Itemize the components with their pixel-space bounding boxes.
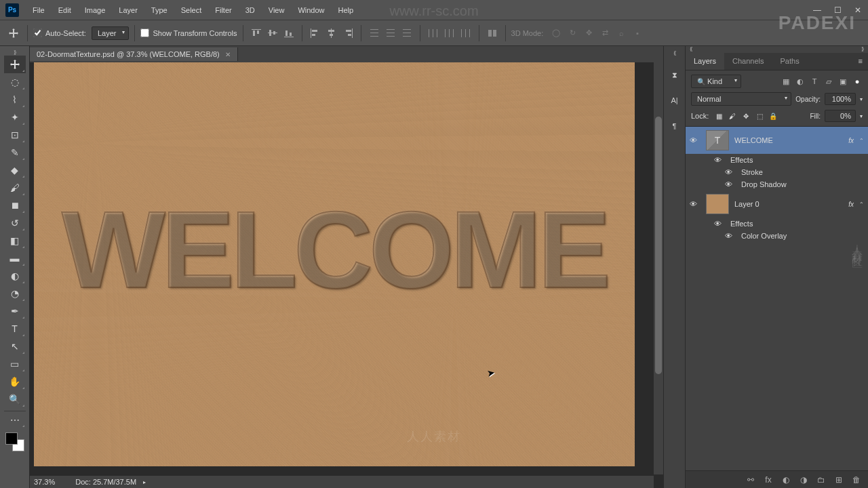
doc-info[interactable]: Doc: 25.7M/37.5M <box>75 478 136 486</box>
marquee-tool[interactable]: ◌ <box>4 73 26 91</box>
toolbar-expand[interactable]: ⟫ <box>0 49 29 56</box>
panel-expand-icon[interactable]: ⟪ <box>673 50 676 57</box>
pen-tool[interactable]: ✒ <box>4 302 26 320</box>
distribute-top-icon[interactable] <box>367 26 382 41</box>
visibility-icon[interactable]: 👁 <box>725 168 736 176</box>
layer-thumb-raster[interactable] <box>706 194 729 214</box>
filter-kind-dropdown[interactable]: 🔍 Kind <box>691 75 741 88</box>
lock-image-icon[interactable]: 🖌 <box>726 110 738 122</box>
align-vcenter-icon[interactable] <box>265 26 280 41</box>
filter-smart-icon[interactable]: ▣ <box>837 76 848 87</box>
auto-select-checkbox[interactable]: Auto-Select: <box>33 28 86 37</box>
history-brush-tool[interactable]: ↺ <box>4 214 26 232</box>
visibility-icon[interactable]: 👁 <box>725 180 736 188</box>
panel-expand-right-icon[interactable]: ⟫ <box>861 46 864 53</box>
lock-all-icon[interactable]: 🔒 <box>767 110 779 122</box>
rectangle-tool[interactable]: ▭ <box>4 355 26 373</box>
color-swatches[interactable] <box>5 432 24 451</box>
menu-edit[interactable]: Edit <box>52 2 78 18</box>
eyedropper-tool[interactable]: ✎ <box>4 144 26 161</box>
menu-filter[interactable]: Filter <box>208 2 238 18</box>
crop-tool[interactable]: ⊡ <box>4 126 26 144</box>
tab-channels[interactable]: Channels <box>724 53 772 70</box>
align-hcenter-icon[interactable] <box>324 26 339 41</box>
tab-paths[interactable]: Paths <box>772 53 808 70</box>
3d-zoom-icon[interactable]: ⌕ <box>614 26 629 41</box>
stamp-tool[interactable]: ⏹ <box>4 197 26 214</box>
delete-layer-icon[interactable]: 🗑 <box>850 474 863 486</box>
3d-roll-icon[interactable]: ↻ <box>565 26 580 41</box>
lock-position-icon[interactable]: ✥ <box>740 110 752 122</box>
layer-name[interactable]: Layer 0 <box>734 200 843 208</box>
panel-menu-icon[interactable]: ≡ <box>853 53 868 70</box>
fill-value[interactable]: 0% <box>825 110 856 122</box>
show-transform-checkbox[interactable]: Show Transform Controls <box>140 28 237 37</box>
filter-adjustment-icon[interactable]: ◐ <box>795 76 806 87</box>
move-tool-icon[interactable] <box>5 25 22 41</box>
3d-slide-icon[interactable]: ⇄ <box>597 26 612 41</box>
document-tab[interactable]: 02-DoormatTexture.psd @ 37.3% (WELCOME, … <box>30 47 238 61</box>
blend-mode-dropdown[interactable]: Normal <box>691 92 791 106</box>
type-tool[interactable]: T <box>4 320 26 338</box>
menu-window[interactable]: Window <box>291 2 331 18</box>
panel-collapse-icon[interactable]: ⟪ <box>690 46 692 53</box>
opacity-dropdown-icon[interactable]: ▾ <box>860 96 863 102</box>
layer-fx-badge[interactable]: fx <box>848 201 854 208</box>
history-panel-icon[interactable]: ⧗ <box>667 66 683 83</box>
distribute-right-icon[interactable] <box>458 26 473 41</box>
visibility-icon[interactable]: 👁 <box>714 220 725 228</box>
menu-file[interactable]: File <box>26 2 52 18</box>
adjustment-layer-icon[interactable]: ◑ <box>797 474 810 486</box>
distribute-hcenter-icon[interactable] <box>442 26 457 41</box>
minimize-button[interactable]: — <box>807 2 827 18</box>
layer-mask-icon[interactable]: ◐ <box>780 474 792 486</box>
visibility-icon[interactable]: 👁 <box>714 156 725 164</box>
foreground-color[interactable] <box>5 432 18 445</box>
filter-pixel-icon[interactable]: ▦ <box>781 76 791 87</box>
align-right-icon[interactable] <box>340 26 355 41</box>
brush-tool[interactable]: 🖌 <box>4 179 26 197</box>
path-select-tool[interactable]: ↖ <box>4 338 26 355</box>
visibility-icon[interactable]: 👁 <box>690 200 701 208</box>
tab-layers[interactable]: Layers <box>686 53 724 70</box>
visibility-icon[interactable]: 👁 <box>690 136 701 144</box>
character-panel-icon[interactable]: A| <box>667 92 683 108</box>
link-layers-icon[interactable]: ⚯ <box>745 474 757 486</box>
layer-style-icon[interactable]: fx <box>762 474 774 486</box>
edit-toolbar[interactable]: ⋯ <box>4 411 26 428</box>
gradient-tool[interactable]: ▬ <box>4 249 26 267</box>
vertical-scrollbar[interactable] <box>654 62 663 474</box>
layer-thumb-text[interactable]: T <box>706 130 729 150</box>
menu-view[interactable]: View <box>262 2 292 18</box>
blur-tool[interactable]: ◐ <box>4 267 26 285</box>
zoom-level[interactable]: 37.3% <box>34 478 55 486</box>
scroll-thumb[interactable] <box>655 117 662 374</box>
menu-help[interactable]: Help <box>332 2 361 18</box>
lasso-tool[interactable]: ⌇ <box>4 91 26 108</box>
menu-image[interactable]: Image <box>78 2 113 18</box>
effect-stroke[interactable]: 👁 Stroke <box>686 166 868 178</box>
paragraph-panel-icon[interactable]: ¶ <box>667 118 683 134</box>
dodge-tool[interactable]: ◔ <box>4 285 26 302</box>
opacity-value[interactable]: 100% <box>825 93 856 105</box>
fx-collapse-icon[interactable]: ⌃ <box>859 201 864 207</box>
eraser-tool[interactable]: ◧ <box>4 232 26 249</box>
effects-header[interactable]: 👁 Effects <box>686 154 868 166</box>
effect-drop-shadow[interactable]: 👁 Drop Shadow <box>686 178 868 190</box>
align-left-icon[interactable] <box>308 26 323 41</box>
align-bottom-icon[interactable] <box>281 26 296 41</box>
healing-tool[interactable]: ◆ <box>4 161 26 179</box>
effects-header[interactable]: 👁 Effects <box>686 218 868 230</box>
3d-pan-icon[interactable]: ✥ <box>581 26 596 41</box>
distribute-bottom-icon[interactable] <box>399 26 414 41</box>
move-tool[interactable] <box>4 56 26 73</box>
3d-camera-icon[interactable]: ▪ <box>630 26 645 41</box>
filter-type-icon[interactable]: T <box>809 76 820 87</box>
3d-orbit-icon[interactable]: ◯ <box>549 26 564 41</box>
group-icon[interactable]: 🗀 <box>815 474 827 486</box>
effect-color-overlay[interactable]: 👁 Color Overlay <box>686 230 868 242</box>
close-button[interactable]: ✕ <box>848 2 868 18</box>
layer-welcome[interactable]: 👁 T WELCOME fx ⌃ <box>686 127 868 154</box>
menu-3d[interactable]: 3D <box>239 2 262 18</box>
menu-select[interactable]: Select <box>174 2 209 18</box>
